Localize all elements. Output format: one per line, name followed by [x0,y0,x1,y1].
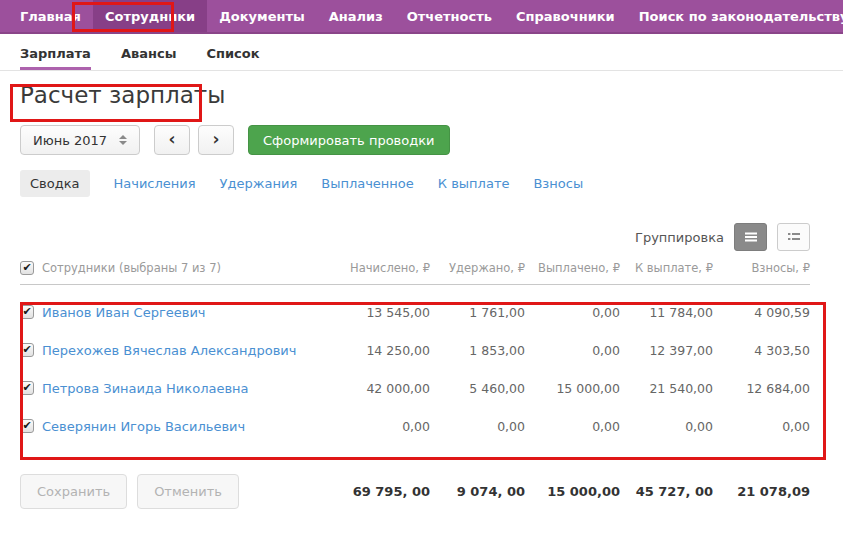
table-header-row: Сотрудники (выбраны 7 из 7) Начислено, ₽… [20,251,810,285]
cell-withheld: 1 853,00 [430,343,525,358]
salary-table: Группировка Сотрудники (выбраны 7 из 7) [0,223,843,445]
subnav-item-advances[interactable]: Авансы [121,46,177,70]
table-row: Перехожев Вячеслав Александрович 14 250,… [20,331,810,369]
total-contributions: 21 078,09 [713,484,810,499]
row-checkbox[interactable] [20,305,34,319]
cancel-button[interactable]: Отменить [137,474,239,509]
period-selector[interactable]: Июнь 2017 [20,125,140,155]
column-header-paid: Выплачено, ₽ [525,261,620,275]
row-checkbox[interactable] [20,381,34,395]
tabs: Сводка Начисления Удержания Выплаченное … [20,170,843,197]
table-row: Иванов Иван Сергеевич 13 545,00 1 761,00… [20,293,810,331]
group-bulleted-view-button[interactable] [777,223,810,251]
employee-link[interactable]: Перехожев Вячеслав Александрович [42,343,296,358]
tab-summary[interactable]: Сводка [20,170,90,197]
cell-accrued: 0,00 [335,419,430,434]
nav-item-home[interactable]: Главная [8,0,93,32]
nav-item-reporting[interactable]: Отчетность [395,0,504,32]
grouping-controls: Группировка [20,223,810,251]
cell-paid: 0,00 [525,419,620,434]
cell-accrued: 14 250,00 [335,343,430,358]
cell-to-pay: 21 540,00 [620,381,713,396]
cell-contributions: 12 684,00 [713,381,810,396]
chevron-right-icon: › [213,129,220,149]
employee-link[interactable]: Петрова Зинаида Николаевна [42,381,249,396]
payroll-page: Главная Сотрудники Документы Анализ Отче… [0,0,843,543]
column-header-withheld: Удержано, ₽ [430,261,525,275]
row-checkbox[interactable] [20,343,34,357]
cell-paid: 0,00 [525,343,620,358]
employee-link[interactable]: Северянин Игорь Васильевич [42,419,245,434]
total-withheld: 9 074, 00 [430,484,525,499]
column-header-to-pay: К выплате, ₽ [620,261,713,275]
prev-month-button[interactable]: ‹ [154,125,190,155]
tab-deductions[interactable]: Удержания [220,176,298,191]
cell-to-pay: 11 784,00 [620,305,713,320]
cell-withheld: 5 460,00 [430,381,525,396]
cell-withheld: 1 761,00 [430,305,525,320]
tab-to-pay[interactable]: К выплате [438,176,510,191]
table-row: Петрова Зинаида Николаевна 42 000,00 5 4… [20,369,810,407]
list-icon [744,231,758,243]
group-list-view-button[interactable] [734,223,767,251]
subnav-item-list[interactable]: Список [206,46,259,70]
row-checkbox[interactable] [20,419,34,433]
total-to-pay: 45 727, 00 [620,484,713,499]
cell-to-pay: 12 397,00 [620,343,713,358]
nav-item-directories[interactable]: Справочники [504,0,627,32]
cell-contributions: 4 090,59 [713,305,810,320]
table-row: Северянин Игорь Васильевич 0,00 0,00 0,0… [20,407,810,445]
cell-contributions: 0,00 [713,419,810,434]
cell-accrued: 13 545,00 [335,305,430,320]
tab-contributions[interactable]: Взносы [533,176,583,191]
toolbar: Июнь 2017 ‹ › Сформировать проводки [20,125,843,155]
top-navigation: Главная Сотрудники Документы Анализ Отче… [0,0,843,34]
select-all-checkbox[interactable] [20,261,34,275]
column-header-accrued: Начислено, ₽ [335,261,430,275]
subnav-item-salary[interactable]: Зарплата [20,46,91,70]
total-paid: 15 000,00 [525,484,620,499]
nav-item-law-search[interactable]: Поиск по законодательству [627,0,843,32]
next-month-button[interactable]: › [198,125,234,155]
nav-item-analysis[interactable]: Анализ [317,0,395,32]
cell-paid: 0,00 [525,305,620,320]
select-all-label: Сотрудники (выбраны 7 из 7) [42,261,221,275]
sub-navigation: Зарплата Авансы Список [0,34,843,71]
cell-accrued: 42 000,00 [335,381,430,396]
cell-to-pay: 0,00 [620,419,713,434]
grouping-label: Группировка [635,230,724,245]
total-accrued: 69 795, 00 [335,484,430,499]
cell-contributions: 4 303,50 [713,343,810,358]
tab-accruals[interactable]: Начисления [114,176,196,191]
page-title: Расчет зарплаты [20,81,843,109]
chevron-left-icon: ‹ [169,129,176,149]
spinner-icon [119,135,127,145]
save-button[interactable]: Сохранить [20,474,127,509]
nav-item-documents[interactable]: Документы [207,0,317,32]
cell-paid: 15 000,00 [525,381,620,396]
generate-postings-button[interactable]: Сформировать проводки [248,125,449,155]
column-header-contributions: Взносы, ₽ [713,261,810,275]
period-label: Июнь 2017 [33,133,107,148]
tab-paid[interactable]: Выплаченное [321,176,414,191]
nav-item-employees[interactable]: Сотрудники [93,0,207,32]
employee-link[interactable]: Иванов Иван Сергеевич [42,305,206,320]
footer: Сохранить Отменить 69 795, 00 9 074, 00 … [20,457,810,509]
bulleted-list-icon [787,231,801,243]
cell-withheld: 0,00 [430,419,525,434]
table-body: Иванов Иван Сергеевич 13 545,00 1 761,00… [20,285,810,445]
